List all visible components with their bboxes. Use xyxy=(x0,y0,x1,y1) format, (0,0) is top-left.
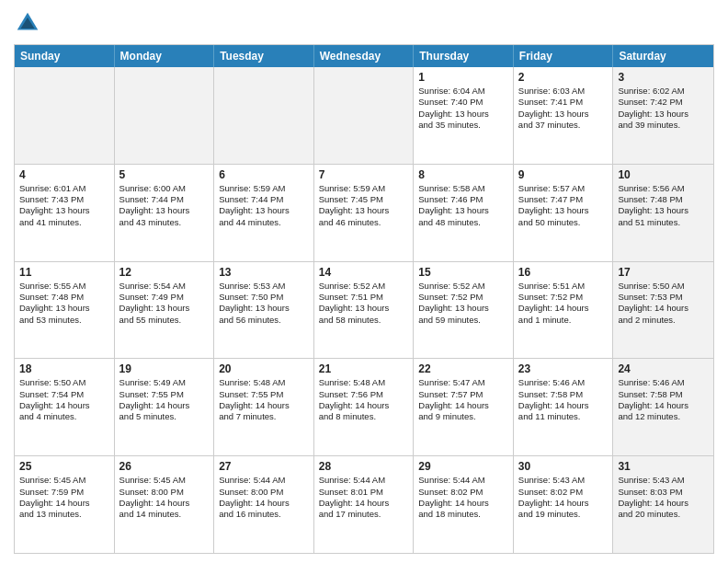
page: SundayMondayTuesdayWednesdayThursdayFrid… xyxy=(0,0,728,563)
day-number-29: 29 xyxy=(418,460,508,473)
day-cell-2: 2Sunrise: 6:03 AMSunset: 7:41 PMDaylight… xyxy=(514,67,614,164)
day-cell-5: 5Sunrise: 6:00 AMSunset: 7:44 PMDaylight… xyxy=(115,165,215,261)
cell-line-18-3: and 4 minutes. xyxy=(19,411,109,422)
cell-line-5-1: Sunset: 7:44 PM xyxy=(119,194,210,205)
cell-line-16-1: Sunset: 7:52 PM xyxy=(518,292,609,303)
calendar-row-4: 25Sunrise: 5:45 AMSunset: 7:59 PMDayligh… xyxy=(15,455,713,553)
logo-icon xyxy=(14,9,41,37)
cell-line-10-2: Daylight: 13 hours xyxy=(618,205,709,216)
day-cell-26: 26Sunrise: 5:45 AMSunset: 8:00 PMDayligh… xyxy=(115,456,215,553)
cell-line-11-2: Daylight: 13 hours xyxy=(19,303,109,314)
cell-line-28-3: and 17 minutes. xyxy=(319,509,409,520)
cell-line-4-3: and 41 minutes. xyxy=(19,217,109,228)
cell-line-25-1: Sunset: 7:59 PM xyxy=(19,487,109,498)
cell-line-3-0: Sunrise: 6:02 AM xyxy=(618,86,709,97)
cell-line-25-3: and 13 minutes. xyxy=(19,509,109,520)
day-cell-22: 22Sunrise: 5:47 AMSunset: 7:57 PMDayligh… xyxy=(414,359,514,455)
header-cell-thursday: Thursday xyxy=(414,45,514,67)
cell-line-11-3: and 53 minutes. xyxy=(19,315,109,326)
cell-line-26-0: Sunrise: 5:45 AM xyxy=(119,475,210,486)
cell-line-31-3: and 20 minutes. xyxy=(618,509,709,520)
cell-line-11-1: Sunset: 7:48 PM xyxy=(19,292,109,303)
day-number-27: 27 xyxy=(219,460,309,473)
day-number-16: 16 xyxy=(518,266,609,279)
day-number-12: 12 xyxy=(119,266,210,279)
day-cell-14: 14Sunrise: 5:52 AMSunset: 7:51 PMDayligh… xyxy=(314,262,415,359)
day-cell-6: 6Sunrise: 5:59 AMSunset: 7:44 PMDaylight… xyxy=(214,165,314,261)
cell-line-29-3: and 18 minutes. xyxy=(418,509,508,520)
calendar-row-2: 11Sunrise: 5:55 AMSunset: 7:48 PMDayligh… xyxy=(15,261,713,359)
cell-line-14-0: Sunrise: 5:52 AM xyxy=(319,281,409,292)
empty-cell-0-0 xyxy=(15,67,115,164)
cell-line-6-1: Sunset: 7:44 PM xyxy=(219,194,309,205)
day-number-7: 7 xyxy=(319,168,409,181)
day-number-2: 2 xyxy=(518,71,609,84)
day-cell-20: 20Sunrise: 5:48 AMSunset: 7:55 PMDayligh… xyxy=(214,359,314,455)
day-cell-11: 11Sunrise: 5:55 AMSunset: 7:48 PMDayligh… xyxy=(15,262,115,359)
cell-line-26-1: Sunset: 8:00 PM xyxy=(119,487,210,498)
cell-line-24-0: Sunrise: 5:46 AM xyxy=(618,377,709,388)
cell-line-31-1: Sunset: 8:03 PM xyxy=(618,487,709,498)
day-number-25: 25 xyxy=(19,460,109,473)
cell-line-27-3: and 16 minutes. xyxy=(219,509,309,520)
cell-line-23-2: Daylight: 14 hours xyxy=(518,400,609,411)
cell-line-13-1: Sunset: 7:50 PM xyxy=(219,292,309,303)
cell-line-3-3: and 39 minutes. xyxy=(618,120,709,131)
cell-line-7-3: and 46 minutes. xyxy=(319,217,409,228)
day-number-14: 14 xyxy=(319,266,409,279)
cell-line-29-2: Daylight: 14 hours xyxy=(418,498,508,509)
day-cell-27: 27Sunrise: 5:44 AMSunset: 8:00 PMDayligh… xyxy=(214,456,314,553)
day-number-18: 18 xyxy=(19,362,109,375)
day-number-10: 10 xyxy=(618,168,709,181)
cell-line-17-0: Sunrise: 5:50 AM xyxy=(618,281,709,292)
cell-line-19-3: and 5 minutes. xyxy=(119,411,210,422)
day-cell-12: 12Sunrise: 5:54 AMSunset: 7:49 PMDayligh… xyxy=(115,262,215,359)
day-cell-24: 24Sunrise: 5:46 AMSunset: 7:58 PMDayligh… xyxy=(613,359,713,455)
cell-line-10-1: Sunset: 7:48 PM xyxy=(618,194,709,205)
cell-line-20-3: and 7 minutes. xyxy=(219,411,309,422)
cell-line-15-0: Sunrise: 5:52 AM xyxy=(418,281,508,292)
cell-line-27-2: Daylight: 14 hours xyxy=(219,498,309,509)
cell-line-23-3: and 11 minutes. xyxy=(518,411,609,422)
cell-line-18-0: Sunrise: 5:50 AM xyxy=(19,377,109,388)
cell-line-7-1: Sunset: 7:45 PM xyxy=(319,194,409,205)
day-number-26: 26 xyxy=(119,460,210,473)
day-number-21: 21 xyxy=(319,362,409,375)
cell-line-14-1: Sunset: 7:51 PM xyxy=(319,292,409,303)
cell-line-10-0: Sunrise: 5:56 AM xyxy=(618,183,709,194)
cell-line-8-0: Sunrise: 5:58 AM xyxy=(418,183,508,194)
day-cell-7: 7Sunrise: 5:59 AMSunset: 7:45 PMDaylight… xyxy=(314,165,415,261)
cell-line-9-2: Daylight: 13 hours xyxy=(518,205,609,216)
day-cell-3: 3Sunrise: 6:02 AMSunset: 7:42 PMDaylight… xyxy=(613,67,713,164)
cell-line-30-3: and 19 minutes. xyxy=(518,509,609,520)
cell-line-21-3: and 8 minutes. xyxy=(319,411,409,422)
cell-line-22-1: Sunset: 7:57 PM xyxy=(418,389,508,400)
empty-cell-0-1 xyxy=(115,67,215,164)
cell-line-21-1: Sunset: 7:56 PM xyxy=(319,389,409,400)
cell-line-20-2: Daylight: 14 hours xyxy=(219,400,309,411)
day-number-20: 20 xyxy=(219,362,309,375)
cell-line-15-3: and 59 minutes. xyxy=(418,315,508,326)
cell-line-22-3: and 9 minutes. xyxy=(418,411,508,422)
day-cell-29: 29Sunrise: 5:44 AMSunset: 8:02 PMDayligh… xyxy=(414,456,514,553)
cell-line-8-1: Sunset: 7:46 PM xyxy=(418,194,508,205)
cell-line-6-0: Sunrise: 5:59 AM xyxy=(219,183,309,194)
empty-cell-0-3 xyxy=(314,67,415,164)
cell-line-6-2: Daylight: 13 hours xyxy=(219,205,309,216)
cell-line-15-2: Daylight: 13 hours xyxy=(418,303,508,314)
header-cell-wednesday: Wednesday xyxy=(314,45,415,67)
day-number-23: 23 xyxy=(518,362,609,375)
cell-line-30-1: Sunset: 8:02 PM xyxy=(518,487,609,498)
cell-line-8-2: Daylight: 13 hours xyxy=(418,205,508,216)
cell-line-1-2: Daylight: 13 hours xyxy=(418,109,508,120)
day-number-11: 11 xyxy=(19,266,109,279)
day-cell-21: 21Sunrise: 5:48 AMSunset: 7:56 PMDayligh… xyxy=(314,359,415,455)
day-number-31: 31 xyxy=(618,460,709,473)
header-cell-friday: Friday xyxy=(514,45,614,67)
cell-line-11-0: Sunrise: 5:55 AM xyxy=(19,281,109,292)
cell-line-13-3: and 56 minutes. xyxy=(219,315,309,326)
cell-line-31-2: Daylight: 14 hours xyxy=(618,498,709,509)
cell-line-7-2: Daylight: 13 hours xyxy=(319,205,409,216)
cell-line-19-0: Sunrise: 5:49 AM xyxy=(119,377,210,388)
day-number-17: 17 xyxy=(618,266,709,279)
